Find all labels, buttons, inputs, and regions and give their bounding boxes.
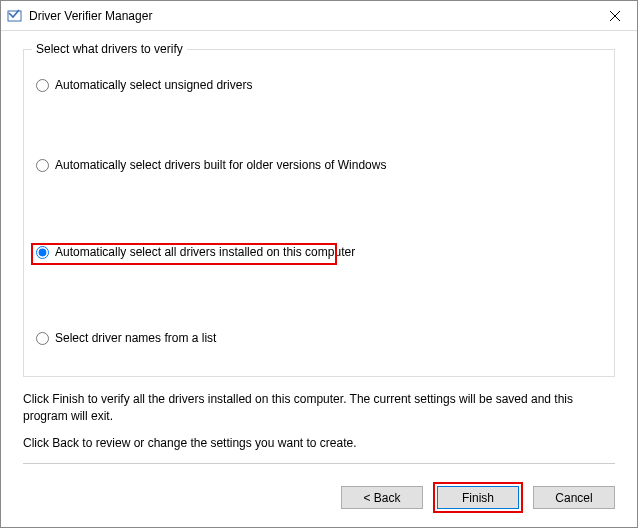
radio-label: Automatically select unsigned drivers	[55, 78, 252, 92]
radio-label: Automatically select drivers built for o…	[55, 158, 386, 172]
separator	[23, 463, 615, 464]
titlebar: Driver Verifier Manager	[1, 1, 637, 31]
option-select-from-list[interactable]: Select driver names from a list	[36, 329, 602, 347]
drivers-fieldset: Select what drivers to verify Automatica…	[23, 49, 615, 377]
cancel-button[interactable]: Cancel	[533, 486, 615, 509]
close-button[interactable]	[593, 1, 637, 31]
option-older-windows-drivers[interactable]: Automatically select drivers built for o…	[36, 156, 602, 174]
info-line-2: Click Back to review or change the setti…	[23, 435, 615, 452]
radio-all-drivers[interactable]	[36, 246, 49, 259]
radio-from-list[interactable]	[36, 332, 49, 345]
info-text: Click Finish to verify all the drivers i…	[23, 391, 615, 451]
radio-label: Automatically select all drivers install…	[55, 245, 355, 259]
option-unsigned-drivers[interactable]: Automatically select unsigned drivers	[36, 76, 602, 94]
radio-label: Select driver names from a list	[55, 331, 216, 345]
app-icon	[7, 8, 23, 24]
window-title: Driver Verifier Manager	[29, 9, 593, 23]
radio-older-windows[interactable]	[36, 159, 49, 172]
fieldset-legend: Select what drivers to verify	[32, 42, 187, 56]
option-all-drivers[interactable]: Automatically select all drivers install…	[36, 243, 602, 261]
content-area: Select what drivers to verify Automatica…	[1, 31, 637, 472]
button-row: < Back Finish Cancel	[1, 472, 637, 525]
highlight-annotation-finish: Finish	[433, 482, 523, 513]
info-line-1: Click Finish to verify all the drivers i…	[23, 391, 615, 425]
back-button[interactable]: < Back	[341, 486, 423, 509]
finish-button[interactable]: Finish	[437, 486, 519, 509]
radio-unsigned[interactable]	[36, 79, 49, 92]
